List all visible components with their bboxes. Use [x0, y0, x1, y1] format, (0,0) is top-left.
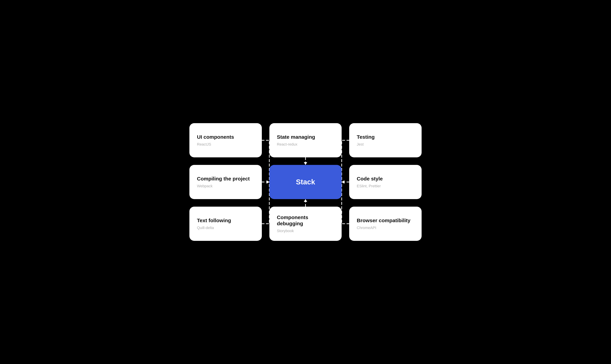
card-text-following: Text following Quill-delta [190, 207, 262, 241]
cell-top-left: UI components ReactJS [186, 119, 266, 161]
diagram-wrapper: UI components ReactJS State managing Rea… [186, 119, 425, 245]
cell-bot-left: Text following Quill-delta [186, 203, 266, 245]
card-text-following-subtitle: Quill-delta [197, 226, 214, 230]
cell-bot-center: Components debugging Storybook [266, 203, 346, 245]
card-browser-compatibility-title: Browser compatibility [357, 217, 410, 223]
cell-bot-right: Browser compatibility ChromeAPI [345, 203, 425, 245]
cell-mid-left: Compiling the project Webpack [186, 161, 266, 203]
card-ui-components: UI components ReactJS [190, 123, 262, 157]
card-ui-components-title: UI components [197, 134, 234, 140]
card-compiling-title: Compiling the project [197, 176, 250, 182]
card-testing: Testing Jest [349, 123, 421, 157]
cell-top-center: State managing React-redux [266, 119, 346, 161]
card-ui-components-subtitle: ReactJS [197, 142, 211, 147]
card-state-managing-subtitle: React-redux [277, 142, 298, 147]
card-state-managing-title: State managing [277, 134, 315, 140]
card-state-managing: State managing React-redux [269, 123, 342, 157]
cell-top-right: Testing Jest [345, 119, 425, 161]
card-components-debugging: Components debugging Storybook [269, 207, 342, 241]
card-browser-compatibility-subtitle: ChromeAPI [357, 226, 376, 230]
card-code-style-subtitle: ESlint, Prettier [357, 184, 381, 188]
card-browser-compatibility: Browser compatibility ChromeAPI [349, 207, 421, 241]
card-testing-title: Testing [357, 134, 375, 140]
cell-center: Stack [266, 161, 346, 203]
card-compiling: Compiling the project Webpack [190, 165, 262, 199]
card-text-following-title: Text following [197, 217, 231, 223]
card-stack-title: Stack [296, 178, 315, 186]
card-components-debugging-title: Components debugging [277, 214, 334, 227]
grid: UI components ReactJS State managing Rea… [186, 119, 425, 245]
card-testing-subtitle: Jest [357, 142, 364, 147]
card-compiling-subtitle: Webpack [197, 184, 213, 188]
card-components-debugging-subtitle: Storybook [277, 229, 294, 233]
card-code-style-title: Code style [357, 176, 383, 182]
card-stack: Stack [269, 165, 342, 199]
cell-mid-right: Code style ESlint, Prettier [345, 161, 425, 203]
card-code-style: Code style ESlint, Prettier [349, 165, 421, 199]
